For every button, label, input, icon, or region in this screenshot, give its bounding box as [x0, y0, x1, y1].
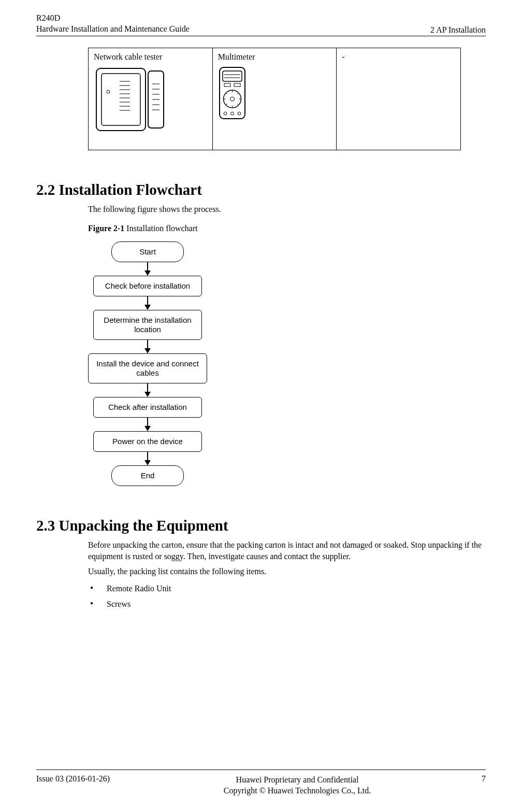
flow-arrow-icon	[88, 383, 207, 397]
svg-marker-44	[144, 392, 151, 397]
section-intro: The following figure shows the process.	[88, 204, 486, 215]
proprietary-notice: Huawei Proprietary and Confidential	[140, 774, 455, 786]
tool-cell-network-tester: Network cable tester	[89, 48, 213, 150]
packing-list: Remote Radio Unit Screws	[88, 582, 486, 610]
list-item: Screws	[88, 598, 486, 610]
svg-marker-48	[144, 460, 151, 465]
figure-title: Installation flowchart	[126, 224, 197, 233]
issue-date: Issue 03 (2016-01-26)	[36, 774, 140, 783]
flow-arrow-icon	[88, 262, 207, 276]
flow-node-check-before: Check before installation	[93, 276, 202, 296]
svg-rect-19	[223, 71, 242, 81]
tool-label: Network cable tester	[94, 52, 207, 62]
section-heading-2-3: 2.3 Unpacking the Equipment	[36, 517, 486, 534]
footer-center: Huawei Proprietary and Confidential Copy…	[140, 774, 455, 796]
tool-cell-multimeter: Multimeter	[212, 48, 337, 150]
flow-node-start: Start	[111, 241, 184, 262]
page-content: Network cable tester	[36, 36, 486, 770]
product-code: R240D	[36, 13, 190, 24]
svg-marker-46	[144, 426, 151, 431]
flow-arrow-icon	[88, 418, 207, 431]
copyright-notice: Copyright © Huawei Technologies Co., Ltd…	[140, 785, 455, 796]
unpacking-para-2: Usually, the packing list contains the f…	[88, 566, 486, 577]
page-header: R240D Hardware Installation and Maintena…	[36, 13, 486, 36]
tool-cell-empty: -	[337, 48, 461, 150]
svg-marker-38	[144, 270, 151, 276]
svg-marker-40	[144, 305, 151, 310]
section-heading-2-2: 2.2 Installation Flowchart	[36, 181, 486, 198]
unpacking-para-1: Before unpacking the carton, ensure that…	[88, 539, 486, 562]
figure-caption: Figure 2-1 Installation flowchart	[88, 224, 486, 233]
tool-label: Multimeter	[218, 52, 331, 62]
page-number: 7	[455, 774, 486, 783]
guide-title: Hardware Installation and Maintenance Gu…	[36, 24, 190, 35]
flow-arrow-icon	[88, 296, 207, 310]
page-footer: Issue 03 (2016-01-26) Huawei Proprietary…	[36, 770, 486, 796]
multimeter-icon	[218, 66, 247, 120]
chapter-label: 2 AP Installation	[430, 25, 486, 35]
flow-arrow-icon	[88, 340, 207, 353]
list-item: Remote Radio Unit	[88, 582, 486, 595]
tools-table: Network cable tester	[88, 48, 461, 150]
flow-node-end: End	[111, 465, 184, 486]
svg-point-25	[230, 97, 234, 101]
flow-node-check-after: Check after installation	[93, 397, 202, 418]
flow-arrow-icon	[88, 452, 207, 465]
table-row: Network cable tester	[89, 48, 461, 150]
installation-flowchart: Start Check before installation Determin…	[88, 241, 486, 486]
flow-node-determine: Determine the installation location	[93, 310, 202, 340]
tool-label: -	[342, 52, 455, 62]
flow-node-install: Install the device and connect cables	[88, 353, 207, 383]
svg-marker-42	[144, 348, 151, 353]
header-left: R240D Hardware Installation and Maintena…	[36, 13, 190, 35]
flow-node-power-on: Power on the device	[93, 431, 202, 452]
network-cable-tester-icon	[94, 66, 166, 133]
figure-label: Figure 2-1	[88, 224, 124, 233]
